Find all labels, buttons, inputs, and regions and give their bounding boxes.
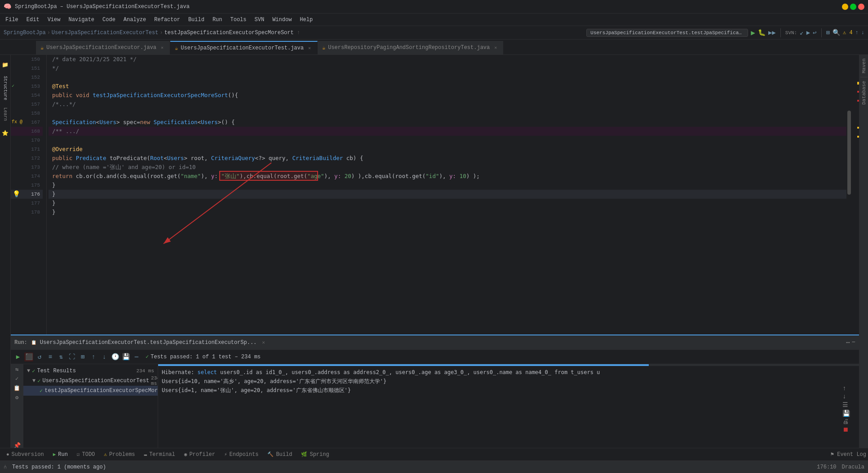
breadcrumb-class[interactable]: UsersJpaSpecificationExecutorTest bbox=[52, 30, 159, 36]
toolbar-separator2 bbox=[821, 28, 822, 37]
run-export-button[interactable]: 💾 bbox=[121, 353, 130, 361]
svn-commit-button[interactable]: ▶ bbox=[806, 29, 810, 36]
maximize-button[interactable] bbox=[850, 4, 856, 10]
sidebar-fav-icon[interactable]: ⭐ bbox=[0, 127, 12, 139]
menu-refactor[interactable]: Refactor bbox=[151, 16, 184, 24]
run-sort-button[interactable]: ⇅ bbox=[57, 353, 66, 361]
test-results-item[interactable]: ▼ ✓ Test Results 234 ms bbox=[23, 366, 158, 376]
run-with-coverage-button[interactable]: ▶▶ bbox=[768, 29, 776, 36]
terminal-label: Terminal bbox=[149, 451, 175, 458]
editor-scroll-thumb[interactable] bbox=[847, 111, 851, 195]
run-stop-button[interactable]: ⬛ bbox=[24, 353, 33, 361]
menu-navigate[interactable]: Navigate bbox=[65, 16, 98, 24]
run-filter-button[interactable]: ≡ bbox=[46, 353, 55, 361]
grid-button[interactable]: ⊞ bbox=[826, 29, 830, 36]
svn-revert-button[interactable]: ↩ bbox=[813, 29, 816, 36]
run-down-button[interactable]: ↓ bbox=[100, 353, 109, 361]
menu-svn[interactable]: SVN bbox=[251, 16, 268, 24]
database-label[interactable]: Database bbox=[861, 79, 867, 107]
maven-label[interactable]: Maven bbox=[861, 57, 867, 75]
code-line-158 bbox=[49, 109, 846, 118]
tab-close-btn[interactable]: ✕ bbox=[159, 45, 165, 51]
status-theme[interactable]: Dracula bbox=[842, 464, 864, 470]
run-sidebar-icon1[interactable]: ⇆ bbox=[15, 366, 18, 373]
run-sidebar-icon3[interactable]: 📋 bbox=[13, 385, 20, 392]
bottom-tab-profiler[interactable]: ◉ Profiler bbox=[180, 448, 220, 461]
close-button[interactable] bbox=[858, 4, 864, 10]
run-again-button[interactable]: ▶ bbox=[13, 353, 22, 361]
test-class-item[interactable]: ▼ ✓ UsersJpaSpecificationExecutorTest 23… bbox=[23, 376, 158, 386]
breadcrumb-project[interactable]: SpringBootJpa bbox=[4, 30, 46, 36]
arrow-up-button[interactable]: ↑ bbox=[855, 30, 859, 36]
menu-tools[interactable]: Tools bbox=[227, 16, 250, 24]
warning-indicator[interactable]: ⚠ 4 bbox=[843, 29, 853, 36]
subversion-icon: ● bbox=[6, 452, 9, 457]
run-config-dropdown[interactable]: UsersJpaSpecificationExecutorTest.testJp… bbox=[586, 29, 748, 37]
test-expand-icon2: ▼ bbox=[32, 378, 35, 384]
scroll-save-btn[interactable]: 💾 bbox=[842, 410, 850, 417]
run-expand2-button[interactable]: ⊞ bbox=[78, 353, 87, 361]
menu-build[interactable]: Build bbox=[185, 16, 208, 24]
menu-edit[interactable]: Edit bbox=[23, 16, 43, 24]
sidebar-learn-icon[interactable]: Learn bbox=[0, 105, 12, 123]
scroll-stop-btn[interactable]: ⏹ bbox=[842, 426, 850, 433]
run-rerun-button[interactable]: ↺ bbox=[35, 353, 44, 361]
bottom-tab-bar: ● Subversion ▶ Run ☑ TODO ⚠ Problems ▬ T… bbox=[0, 448, 868, 460]
run-more-button[interactable]: ⋯ bbox=[132, 353, 141, 361]
bottom-tab-endpoints[interactable]: ⚡ Endpoints bbox=[220, 448, 263, 461]
window-controls[interactable] bbox=[842, 4, 864, 10]
scroll-list-btn[interactable]: ☰ bbox=[842, 401, 850, 409]
editor-scrollbar[interactable] bbox=[846, 55, 852, 335]
endpoints-label: Endpoints bbox=[230, 451, 259, 458]
tab-close-paging-btn[interactable]: ✕ bbox=[492, 45, 499, 51]
tab-users-jpa-executor[interactable]: ☕ UsersJpaSpecificationExecutor.java ✕ bbox=[36, 41, 170, 54]
scroll-down-btn[interactable]: ↓ bbox=[842, 393, 850, 400]
svn-update-button[interactable]: ↙ bbox=[800, 29, 803, 36]
test-method-item[interactable]: ✓ testJpaSpecificationExecutorSpecMoreS.… bbox=[23, 386, 158, 396]
breadcrumb: SpringBootJpa › UsersJpaSpecificationExe… bbox=[4, 30, 584, 36]
run-history-button[interactable]: 🕐 bbox=[111, 353, 120, 361]
bottom-tab-subversion[interactable]: ● Subversion bbox=[2, 448, 49, 461]
sidebar-structure-icon[interactable]: Structure bbox=[0, 75, 12, 102]
scroll-print-btn[interactable]: 🖨 bbox=[842, 418, 850, 425]
tab-users-jpa-executor-test[interactable]: ☕ UsersJpaSpecificationExecutorTest.java… bbox=[170, 41, 318, 54]
run-button[interactable]: ▶ bbox=[751, 28, 755, 37]
minimize-button[interactable] bbox=[842, 4, 848, 10]
run-up-button[interactable]: ↑ bbox=[89, 353, 98, 361]
code-line-175: } bbox=[49, 181, 846, 190]
menu-view[interactable]: View bbox=[44, 16, 64, 24]
run-expand-button[interactable]: ⛶ bbox=[67, 353, 76, 361]
run-sidebar-icon2[interactable]: ✓ bbox=[15, 375, 18, 382]
menu-run[interactable]: Run bbox=[209, 16, 226, 24]
status-position[interactable]: 176:10 bbox=[817, 464, 836, 470]
menu-help[interactable]: Help bbox=[296, 16, 316, 24]
run-tab-title[interactable]: UsersJpaSpecificationExecutorTest.testJp… bbox=[40, 339, 257, 346]
search-everywhere-button[interactable]: 🔍 bbox=[833, 29, 840, 36]
event-log-button[interactable]: ⚑ Event Log bbox=[831, 451, 866, 458]
run-tab-close[interactable]: ✕ bbox=[262, 339, 265, 345]
run-panel-menu[interactable]: ⋯ bbox=[846, 339, 850, 346]
tab-users-repository-paging[interactable]: ☕ UsersRepositoryPagingAndSortingReposit… bbox=[318, 41, 504, 54]
menu-window[interactable]: Window bbox=[269, 16, 295, 24]
bottom-tab-run[interactable]: ▶ Run bbox=[49, 448, 72, 461]
breadcrumb-indicator: ↑ bbox=[297, 30, 300, 36]
scroll-up-btn[interactable]: ↑ bbox=[842, 385, 850, 392]
debug-button[interactable]: 🐛 bbox=[758, 29, 766, 36]
bottom-tab-spring[interactable]: 🌿 Spring bbox=[297, 448, 333, 461]
run-body: ⇆ ✓ 📋 ⚙ 📌 ⤢ ▼ ✓ Test Results 234 ms bbox=[11, 364, 859, 460]
endpoints-icon: ⚡ bbox=[224, 451, 227, 457]
bottom-tab-problems[interactable]: ⚠ Problems bbox=[99, 448, 139, 461]
bottom-tab-todo[interactable]: ☑ TODO bbox=[72, 448, 99, 461]
breadcrumb-method[interactable]: testJpaSpecificationExecutorSpecMoreSort bbox=[164, 30, 294, 36]
run-sidebar-icon4[interactable]: ⚙ bbox=[15, 394, 18, 401]
menu-file[interactable]: File bbox=[2, 16, 22, 24]
arrow-down-button[interactable]: ↓ bbox=[861, 30, 864, 36]
run-panel-minimize[interactable]: − bbox=[852, 339, 855, 346]
menu-code[interactable]: Code bbox=[99, 16, 119, 24]
console-output: Hibernate: select users0_.id as id1_0_, … bbox=[158, 366, 859, 460]
tab-close-active-btn[interactable]: ✕ bbox=[306, 45, 313, 51]
bottom-tab-build[interactable]: 🔨 Build bbox=[263, 448, 297, 461]
bottom-tab-terminal[interactable]: ▬ Terminal bbox=[140, 448, 180, 461]
sidebar-project-icon[interactable]: 📁 bbox=[0, 58, 12, 71]
menu-analyze[interactable]: Analyze bbox=[120, 16, 150, 24]
